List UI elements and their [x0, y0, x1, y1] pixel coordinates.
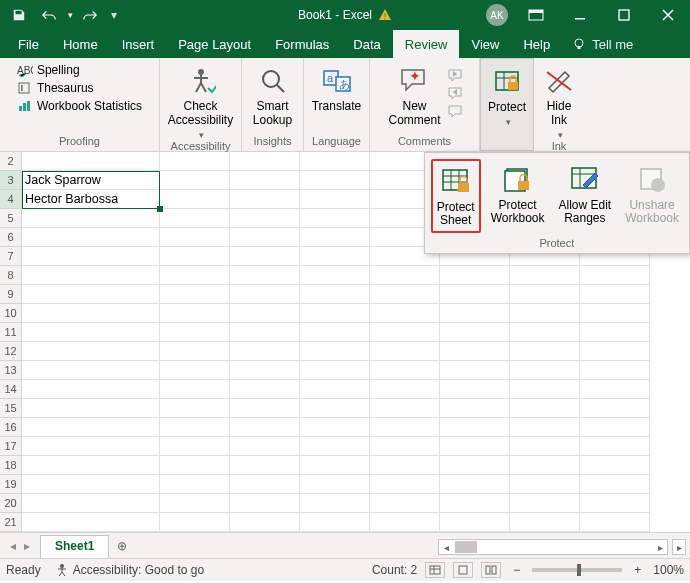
cell[interactable] [370, 380, 440, 399]
cell[interactable] [230, 456, 300, 475]
cell[interactable] [230, 475, 300, 494]
row-header[interactable]: 17 [0, 437, 22, 456]
cell[interactable] [440, 494, 510, 513]
view-normal-icon[interactable] [425, 562, 445, 578]
scroll-right-icon[interactable]: ▸ [672, 539, 686, 555]
cell[interactable] [580, 266, 650, 285]
cell[interactable] [22, 418, 160, 437]
cell[interactable] [160, 285, 230, 304]
cell[interactable] [370, 475, 440, 494]
cell[interactable] [370, 418, 440, 437]
zoom-level[interactable]: 100% [653, 563, 684, 577]
accessibility-status[interactable]: Accessibility: Good to go [55, 563, 204, 577]
ribbon-display-icon[interactable] [514, 0, 558, 30]
cell[interactable] [22, 304, 160, 323]
cell[interactable] [22, 323, 160, 342]
cell[interactable] [160, 456, 230, 475]
cell[interactable] [230, 152, 300, 171]
cell[interactable] [160, 494, 230, 513]
cell[interactable] [440, 285, 510, 304]
zoom-out-button[interactable]: − [509, 563, 524, 577]
cell[interactable] [300, 494, 370, 513]
cell[interactable] [370, 494, 440, 513]
zoom-slider[interactable] [532, 568, 622, 572]
cell[interactable] [300, 418, 370, 437]
row-header[interactable]: 7 [0, 247, 22, 266]
cell[interactable] [230, 418, 300, 437]
cell[interactable] [160, 266, 230, 285]
cell[interactable] [160, 437, 230, 456]
row-header[interactable]: 4 [0, 190, 22, 209]
cell[interactable] [510, 266, 580, 285]
row-header[interactable]: 18 [0, 456, 22, 475]
maximize-icon[interactable] [602, 0, 646, 30]
tab-pagelayout[interactable]: Page Layout [166, 30, 263, 58]
cell[interactable] [580, 456, 650, 475]
cell[interactable] [580, 494, 650, 513]
cell[interactable] [370, 323, 440, 342]
cell[interactable] [440, 380, 510, 399]
row-header[interactable]: 14 [0, 380, 22, 399]
tab-insert[interactable]: Insert [110, 30, 167, 58]
row-header[interactable]: 5 [0, 209, 22, 228]
view-pagelayout-icon[interactable] [453, 562, 473, 578]
tab-home[interactable]: Home [51, 30, 110, 58]
cell[interactable] [370, 361, 440, 380]
cell[interactable] [440, 418, 510, 437]
cell[interactable] [370, 456, 440, 475]
cell[interactable] [230, 380, 300, 399]
cell[interactable] [22, 456, 160, 475]
row-header[interactable]: 21 [0, 513, 22, 532]
cell[interactable] [230, 247, 300, 266]
hide-ink-button[interactable]: Hide Ink▾ [538, 62, 580, 140]
cell[interactable] [230, 190, 300, 209]
cell[interactable] [510, 361, 580, 380]
cell[interactable] [22, 228, 160, 247]
row-headers[interactable]: 23456789101112131415161718192021 [0, 152, 22, 532]
cell[interactable] [160, 418, 230, 437]
translate-button[interactable]: aあ Translate [308, 62, 366, 114]
protect-sheet-button[interactable]: Protect Sheet [431, 159, 481, 233]
cell[interactable] [22, 209, 160, 228]
cell[interactable] [22, 380, 160, 399]
cell[interactable] [510, 418, 580, 437]
row-header[interactable]: 20 [0, 494, 22, 513]
cell[interactable] [440, 456, 510, 475]
cell[interactable] [370, 513, 440, 532]
cell[interactable] [230, 285, 300, 304]
cell[interactable] [230, 494, 300, 513]
cell[interactable] [510, 285, 580, 304]
smart-lookup-button[interactable]: Smart Lookup [249, 62, 296, 128]
cell[interactable] [230, 323, 300, 342]
fill-handle[interactable] [157, 206, 163, 212]
cell[interactable] [300, 456, 370, 475]
cell[interactable] [510, 380, 580, 399]
cell[interactable] [230, 171, 300, 190]
cell[interactable] [22, 152, 160, 171]
row-header[interactable]: 9 [0, 285, 22, 304]
cell[interactable] [160, 171, 230, 190]
row-header[interactable]: 19 [0, 475, 22, 494]
cell[interactable] [510, 494, 580, 513]
cell[interactable] [580, 475, 650, 494]
cell[interactable] [580, 361, 650, 380]
cell[interactable] [160, 209, 230, 228]
cell[interactable] [370, 285, 440, 304]
tab-view[interactable]: View [459, 30, 511, 58]
row-header[interactable]: 15 [0, 399, 22, 418]
spelling-button[interactable]: ABC Spelling [15, 62, 144, 78]
thesaurus-button[interactable]: Thesaurus [15, 80, 144, 96]
cell[interactable] [370, 437, 440, 456]
cell[interactable] [510, 342, 580, 361]
new-comment-button[interactable]: ✦ New Comment [384, 62, 444, 128]
cell[interactable] [160, 152, 230, 171]
cell[interactable] [160, 380, 230, 399]
cell[interactable] [160, 323, 230, 342]
cell[interactable] [22, 475, 160, 494]
next-comment-icon[interactable] [447, 86, 465, 102]
cell[interactable] [300, 171, 370, 190]
cell[interactable] [22, 285, 160, 304]
cell[interactable] [160, 247, 230, 266]
cell[interactable] [22, 342, 160, 361]
cell[interactable] [22, 247, 160, 266]
